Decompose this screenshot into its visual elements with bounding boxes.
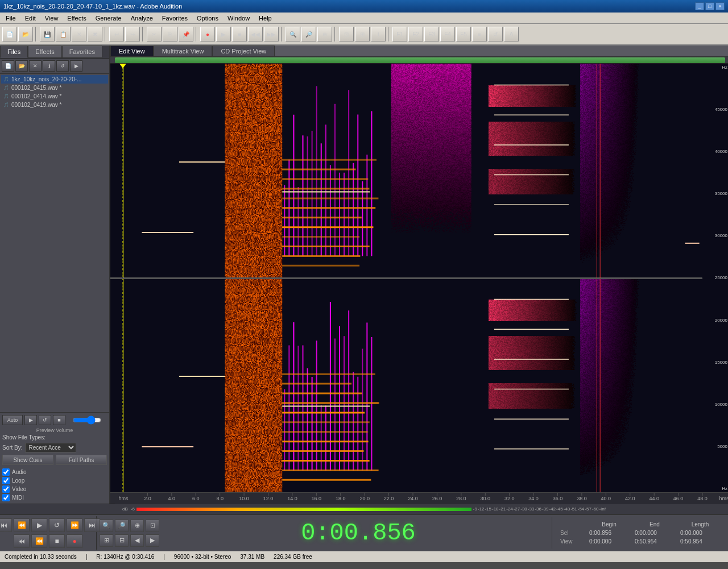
btn-goto-start[interactable]: ⏮ [0,518,12,532]
play-preview-btn[interactable]: ▶ [24,415,37,425]
toolbar-close[interactable]: ✕ [72,27,86,41]
file-open-btn[interactable]: 📂 [15,60,28,72]
menu-view[interactable]: View [40,14,63,23]
toolbar-mix[interactable]: ≡ [472,27,487,41]
sort-by-select[interactable]: Recent Acce Name Date Size [25,443,76,452]
toolbar-fx4[interactable]: F4 [440,27,455,41]
show-cues-btn[interactable]: Show Cues [2,455,53,465]
toolbar-loop[interactable]: ↺ [488,27,503,41]
freq-label-15k: 15000 [702,360,728,365]
file-item-3[interactable]: 🎵 000102_0419.wav * [1,101,108,109]
toolbar-redo[interactable]: ↪ [125,27,140,41]
btn-ffwd[interactable]: ⏩ [67,518,82,532]
file-item-0[interactable]: 🎵 1kz_10kz_nois_20-20-20-... [1,75,108,84]
toolbar-fx3[interactable]: F3 [424,27,439,41]
tab-effects[interactable]: Effects [28,45,61,58]
meter-label: dB [122,506,128,512]
toolbar-paste[interactable]: 📌 [179,27,193,41]
btn-stop[interactable]: ■ [49,534,65,548]
toolbar-zoom-out[interactable]: 🔎 [301,27,316,41]
zoom-sel-btn[interactable]: ⊡ [146,520,159,532]
cb-video[interactable] [2,485,10,493]
tab-favorites[interactable]: Favorites [62,45,102,58]
menu-favorites[interactable]: Favorites [158,14,192,23]
toolbar-cut[interactable]: ✂ [147,27,162,41]
toolbar-open[interactable]: 📂 [18,27,33,41]
toolbar-copy[interactable]: ⎘ [163,27,177,41]
toolbar-separator-5 [281,27,283,41]
zoom-in-vert-btn[interactable]: ⊞ [100,534,113,547]
toolbar-saveas[interactable]: 📋 [56,27,71,41]
toolbar-fx1[interactable]: F1 [392,27,407,41]
auto-btn[interactable]: Auto [2,415,23,425]
file-loop-btn[interactable]: ↺ [56,60,69,72]
toolbar-zoom-sel[interactable]: ⊕ [317,27,332,41]
toolbar-new[interactable]: 📄 [2,27,17,41]
toolbar-closeall[interactable]: ✖ [88,27,102,41]
btn-prev-cue[interactable]: ⏮ [14,534,30,548]
tab-files[interactable]: Files [0,45,28,58]
file-info-btn[interactable]: ℹ [43,60,55,72]
btn-rewind[interactable]: ⏪ [14,518,30,532]
file-play-btn[interactable]: ▶ [70,60,82,72]
menu-file[interactable]: File [1,14,20,23]
tab-edit-view[interactable]: Edit View [110,45,154,56]
file-icon-2: 🎵 [3,94,9,99]
scroll-thumb[interactable] [115,57,725,63]
freq-label-hz-top: Hz [702,65,728,70]
btn-play[interactable]: ▶ [31,518,47,532]
toolbar-rewind[interactable]: ◀◀ [248,27,263,41]
tab-multitrack-view[interactable]: Multitrack View [154,45,213,56]
menu-edit[interactable]: Edit [20,14,40,23]
toolbar-record[interactable]: ● [200,27,215,41]
loop-preview-btn[interactable]: ↺ [39,415,51,425]
scroll-right-btn[interactable]: ▶ [146,534,159,547]
btn-loop[interactable]: ↺ [49,518,65,532]
zoom-full-btn[interactable]: ⊕ [130,520,144,532]
close-button[interactable]: × [715,2,725,10]
scroll-left-btn[interactable]: ◀ [130,534,144,547]
zoom-in-btn[interactable]: 🔍 [100,520,113,532]
toolbar-fx2[interactable]: F2 [408,27,423,41]
full-paths-btn[interactable]: Full Paths [56,455,107,465]
window-controls[interactable]: _ □ × [695,2,725,10]
toolbar-stop[interactable]: ■ [232,27,247,41]
menu-window[interactable]: Window [223,14,254,23]
waveform-container[interactable]: Hz 45000 40000 35000 30000 25000 20000 1… [110,64,728,492]
toolbar-lasso[interactable]: ⊞ [355,27,370,41]
toolbar-auto[interactable]: A [504,27,519,41]
cb-midi[interactable] [2,494,10,501]
menu-help[interactable]: Help [254,14,276,23]
toolbar-play[interactable]: ▶ [216,27,231,41]
menu-generate[interactable]: Generate [91,14,126,23]
btn-back[interactable]: ⏪ [31,534,47,548]
volume-slider[interactable] [73,416,101,425]
toolbar-separator-3 [142,27,144,41]
zoom-out-vert-btn[interactable]: ⊟ [115,534,129,547]
menu-effects[interactable]: Effects [63,14,90,23]
file-item-2[interactable]: 🎵 000102_0414.wav * [1,92,108,101]
btn-record[interactable]: ● [67,534,82,548]
toolbar-zoom-in[interactable]: 🔍 [286,27,300,41]
cb-audio[interactable] [2,468,10,476]
zoom-out-btn[interactable]: 🔎 [115,520,129,532]
file-item-1[interactable]: 🎵 000102_0415.wav * [1,84,108,92]
stop-preview-btn[interactable]: ■ [53,415,65,425]
menu-analyze[interactable]: Analyze [126,14,158,23]
toolbar-undo[interactable]: ↩ [109,27,124,41]
toolbar-save[interactable]: 💾 [40,27,55,41]
file-close-btn[interactable]: ✕ [29,60,42,72]
toolbar-scrub[interactable]: ⌇ [371,27,386,41]
tab-cd-project-view[interactable]: CD Project View [212,45,275,56]
toolbar-select[interactable]: ⊡ [339,27,354,41]
minimize-button[interactable]: _ [695,2,704,10]
status-sample-info: 96000 • 32-bit • Stereo [174,554,231,560]
maximize-button[interactable]: □ [705,2,714,10]
toolbar-fx5[interactable]: F5 [456,27,471,41]
file-new-btn[interactable]: 📄 [2,60,14,72]
top-scrollbar[interactable] [110,57,728,64]
freq-label-45k: 45000 [702,107,728,112]
toolbar-ffwd[interactable]: ▶▶ [264,27,279,41]
cb-loop[interactable] [2,477,10,484]
menu-options[interactable]: Options [192,14,223,23]
